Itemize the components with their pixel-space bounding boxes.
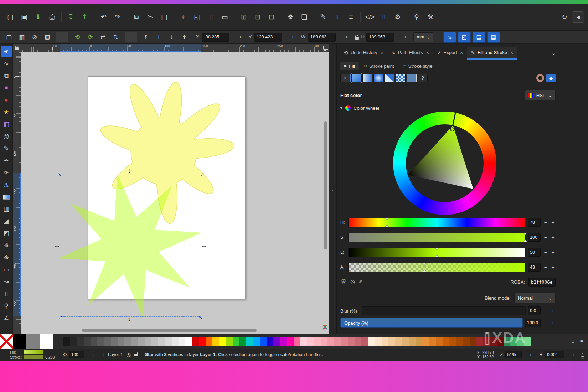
subtab-stroke-paint[interactable]: □ Stroke paint: [361, 62, 398, 70]
y-decrement-button[interactable]: −: [283, 33, 289, 42]
import-button[interactable]: ↧: [64, 11, 78, 24]
lightness-slider[interactable]: [348, 248, 526, 257]
a-increment-button[interactable]: +: [550, 263, 556, 272]
rotate-cw-button[interactable]: ⟳: [84, 32, 96, 42]
scale-handle-left[interactable]: [53, 241, 61, 249]
node-tool[interactable]: ∿: [1, 58, 12, 69]
blur-decrement-button[interactable]: −: [543, 306, 548, 315]
s-decrement-button[interactable]: −: [543, 233, 548, 242]
fill-rule-nonzero-button[interactable]: ◆: [546, 74, 556, 82]
tab-fill-and-stroke[interactable]: ✎ Fill and Stroke ×: [467, 47, 517, 60]
tweak-tool[interactable]: ✵: [1, 239, 12, 251]
page-tool[interactable]: ▯: [1, 288, 12, 300]
x-input[interactable]: -38.285: [202, 33, 229, 42]
height-input[interactable]: 189.063: [366, 33, 394, 42]
stroke-color-chip[interactable]: [24, 355, 43, 359]
palette-swatch[interactable]: [348, 337, 355, 346]
lower-button[interactable]: ↓: [165, 32, 177, 42]
paste-button[interactable]: ▤: [158, 11, 171, 24]
separator[interactable]: [56, 32, 68, 42]
vertical-ruler[interactable]: 050100150200250300: [13, 52, 21, 334]
palette-swatch[interactable]: [321, 337, 327, 346]
invert-selection-button[interactable]: ▩: [41, 32, 53, 42]
h-increment-button[interactable]: +: [402, 33, 408, 42]
palette-swatch[interactable]: [104, 337, 111, 346]
color-wheel[interactable]: [393, 112, 496, 215]
palette-swatch[interactable]: [436, 337, 443, 346]
l-increment-button[interactable]: +: [550, 248, 556, 257]
star-tool[interactable]: ★: [1, 106, 12, 118]
close-icon[interactable]: ×: [460, 50, 463, 56]
raise-to-top-button[interactable]: ↟: [140, 32, 152, 42]
dock-tab-overflow-button[interactable]: ⌄: [551, 50, 556, 56]
selector-tool[interactable]: ➤: [1, 46, 12, 57]
eraser-tool[interactable]: ▭: [1, 264, 12, 275]
separator[interactable]: [127, 12, 127, 22]
palette-scroll-button[interactable]: ⌄: [571, 339, 575, 344]
palette-swatch[interactable]: [118, 337, 124, 346]
blend-mode-dropdown[interactable]: Normal ⌄: [514, 293, 556, 303]
palette-swatch[interactable]: [158, 337, 165, 346]
opacity-field-increment[interactable]: +: [91, 352, 96, 357]
layer-lock-icon[interactable]: [134, 354, 138, 356]
separator[interactable]: [125, 32, 137, 42]
hue-slider[interactable]: [348, 218, 526, 227]
open-document-button[interactable]: ▣: [17, 11, 31, 24]
h-value-input[interactable]: 78: [528, 218, 541, 227]
layer-visibility-icon[interactable]: ◎: [127, 352, 131, 357]
color-space-dropdown[interactable]: HSL ⌄: [525, 90, 556, 100]
palette-swatch[interactable]: [409, 337, 416, 346]
color-management-icon[interactable]: [322, 325, 328, 331]
align-distribute-button[interactable]: ⌗: [377, 11, 391, 24]
save-document-button[interactable]: ⇓: [31, 11, 45, 24]
l-decrement-button[interactable]: −: [543, 248, 548, 257]
new-document-button[interactable]: ▢: [4, 11, 17, 24]
fill-stroke-indicator[interactable]: Fill: Stroke: 0.200: [10, 350, 55, 359]
lower-to-bottom-button[interactable]: ↡: [178, 32, 190, 42]
s-value-input[interactable]: 100: [528, 233, 541, 242]
dropper-icon[interactable]: ✐: [359, 279, 363, 285]
w-increment-button[interactable]: +: [344, 33, 349, 42]
move-patterns-toggle[interactable]: ▦: [487, 32, 500, 43]
palette-swatch[interactable]: [388, 337, 395, 346]
units-dropdown[interactable]: mm ⌄: [413, 32, 433, 42]
scale-handle-bottom[interactable]: [127, 316, 134, 323]
group-button[interactable]: ❖: [284, 11, 297, 24]
palette-swatch[interactable]: [172, 337, 179, 346]
palette-swatch[interactable]: [212, 337, 219, 346]
select-all-layers-button[interactable]: ▥: [16, 32, 28, 42]
x-increment-button[interactable]: +: [238, 33, 243, 42]
tab-path-effects[interactable]: ∿ Path Effects ×: [388, 47, 433, 60]
palette-none-swatch[interactable]: [0, 334, 13, 349]
palette-swatch[interactable]: [145, 337, 151, 346]
palette-swatch[interactable]: [192, 337, 199, 346]
palette-swatch[interactable]: [91, 337, 97, 346]
lock-ratio-toggle[interactable]: [355, 35, 359, 40]
alpha-slider[interactable]: [348, 263, 526, 272]
palette-swatch[interactable]: [368, 337, 375, 346]
calligraphy-tool[interactable]: ✑: [1, 167, 12, 179]
unlink-clone-button[interactable]: ⊟: [265, 11, 278, 24]
separator[interactable]: [174, 12, 174, 22]
saturation-slider[interactable]: [348, 233, 526, 242]
fill-rule-evenodd-button[interactable]: [536, 74, 544, 82]
scale-handle-right[interactable]: [201, 241, 208, 249]
create-clone-button[interactable]: ⊡: [251, 11, 264, 24]
palette-swatch[interactable]: [307, 337, 314, 346]
zoom-drawing-button[interactable]: ◱: [190, 11, 204, 24]
cms-icon[interactable]: ◎: [350, 279, 355, 285]
palette-swatch[interactable]: [395, 337, 402, 346]
palette-swatch[interactable]: [361, 337, 368, 346]
print-button[interactable]: ⎙: [45, 11, 59, 24]
horizontal-scrollbar[interactable]: [82, 329, 257, 332]
document-properties-button[interactable]: ⚙: [391, 11, 404, 24]
s-increment-button[interactable]: +: [550, 233, 556, 242]
palette-swatch[interactable]: [375, 337, 382, 346]
horizontal-ruler[interactable]: -50050100150200250300: [21, 44, 323, 52]
palette-swatch[interactable]: [13, 334, 26, 349]
palette-swatch[interactable]: [239, 337, 246, 346]
layer-selector[interactable]: Layer 1: [108, 352, 123, 357]
palette-swatch[interactable]: [382, 337, 388, 346]
paint-bucket-tool[interactable]: ◩: [1, 227, 12, 239]
palette-swatch[interactable]: [300, 337, 307, 346]
